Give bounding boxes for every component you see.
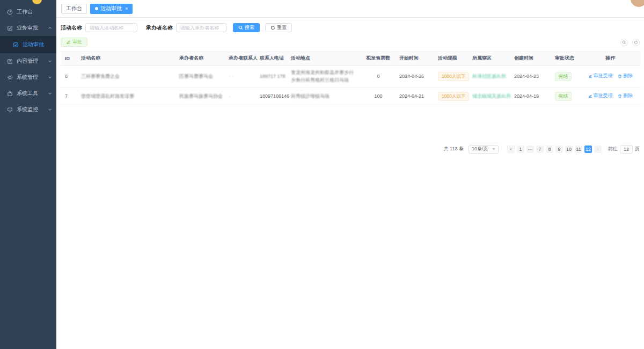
edit-icon	[588, 94, 592, 98]
sidebar-item-business-approval[interactable]: 业务审批	[0, 20, 56, 36]
table-tool-icons	[616, 39, 640, 46]
edit-icon	[66, 40, 71, 45]
show-search-button[interactable]	[620, 39, 628, 46]
cell-id: 8	[61, 66, 77, 88]
content-icon	[7, 59, 13, 64]
trash-icon	[618, 94, 622, 98]
activity-name-input[interactable]	[85, 23, 137, 32]
tab-activity-approval[interactable]: 活动审批 ×	[90, 4, 133, 14]
cell-contact: ·	[229, 93, 230, 99]
tab-workbench[interactable]: 工作台	[61, 4, 87, 14]
sidebar-item-system-monitor[interactable]: 系统监控	[0, 101, 56, 118]
delete-link[interactable]: 删除	[618, 92, 633, 100]
activity-table: ID 活动名称 承办者名称 承办者联系人 联系人电话 活动地点 拟发售票数 开始…	[61, 51, 640, 105]
col-activity-name: 活动名称	[77, 52, 175, 66]
cell-location: 科秀镇沙堆镇马场	[291, 93, 330, 99]
chevron-down-icon	[48, 91, 52, 96]
pagination-total: 共 113 条	[444, 146, 464, 152]
goto-label: 前往	[608, 146, 618, 152]
activity-name-label: 活动名称	[61, 24, 82, 32]
approve-handle-link[interactable]: 审批受理	[588, 92, 613, 100]
table-toolbar: 审批	[61, 38, 640, 47]
col-district: 所属辖区	[468, 52, 510, 66]
col-contact: 承办者联系人	[224, 52, 255, 66]
filter-form: 活动名称 承办者名称 搜索 重置	[61, 23, 640, 32]
trash-icon	[618, 74, 622, 78]
approve-handle-label: 审批受理	[594, 72, 613, 80]
refresh-table-button[interactable]	[632, 39, 640, 46]
pagination: 共 113 条 10条/页 ‹ 1 ··· 7 8 9 10 11 12 › 前…	[61, 145, 640, 154]
page-button-9[interactable]: 9	[555, 146, 563, 153]
sidebar-item-label: 系统管理	[17, 74, 48, 81]
reset-button[interactable]: 重置	[265, 23, 292, 32]
cell-activity-name: 三杯赛赛免费之会	[81, 74, 120, 79]
page-content: 活动名称 承办者名称 搜索 重置 审批	[56, 18, 644, 349]
table-header: ID 活动名称 承办者名称 承办者联系人 联系人电话 活动地点 拟发售票数 开始…	[61, 52, 640, 66]
col-actions: 操作	[581, 52, 640, 66]
sidebar-item-activity-approval[interactable]: 活动审批	[0, 36, 56, 53]
page-button-10[interactable]: 10	[565, 146, 573, 153]
cell-created: 2024-04-23	[510, 66, 551, 88]
search-icon	[238, 25, 243, 30]
tab-close-icon[interactable]: ×	[125, 6, 128, 11]
page-button-1[interactable]: 1	[517, 146, 524, 153]
search-icon	[622, 40, 626, 45]
goto-page-input[interactable]	[620, 145, 633, 154]
col-scale: 活动规模	[434, 52, 468, 66]
scale-badge: 1000人以下	[438, 92, 469, 101]
col-status: 审批状态	[551, 52, 581, 66]
cell-created: 2024-04-19	[510, 88, 551, 105]
page-size-value: 10条/页	[472, 146, 488, 152]
dashboard-icon	[7, 9, 13, 15]
organizer-name-input[interactable]	[176, 23, 226, 32]
page-button-7[interactable]: 7	[536, 146, 544, 153]
goto-unit: 页	[635, 146, 640, 152]
reset-button-label: 重置	[277, 24, 287, 31]
approve-button-label: 审批	[72, 39, 82, 46]
table-row: 8 三杯赛赛免费之会 匹赛马费赛马会 · · 189717 178 青龙州海龙州…	[61, 66, 640, 88]
refresh-icon	[634, 40, 638, 45]
delete-link[interactable]: 删除	[618, 72, 633, 80]
sidebar-item-system-tools[interactable]: 系统工具	[0, 85, 56, 101]
delete-label: 删除	[623, 72, 633, 80]
col-organizer: 承办者名称	[175, 52, 224, 66]
main-area: 工作台 活动审批 × 活动名称 承办者名称 搜索	[56, 0, 644, 349]
scale-badge: 1000人以下	[438, 72, 469, 81]
page-button-11[interactable]: 11	[575, 146, 582, 153]
chevron-down-icon	[48, 75, 52, 79]
cell-contact: · ·	[229, 74, 233, 79]
search-button[interactable]: 搜索	[233, 23, 260, 32]
approve-handle-link[interactable]: 审批受理	[588, 72, 613, 80]
sidebar: 工作台 业务审批 活动审批 内容管理 系统管理	[0, 0, 56, 349]
page-ellipsis[interactable]: ···	[526, 146, 534, 153]
cell-organizer: 民族赛马族赛马协会	[179, 93, 223, 99]
monitor-icon	[7, 107, 13, 113]
sidebar-item-system-management[interactable]: 系统管理	[0, 69, 56, 85]
table-row: 7 堡堡城堡清乱村路友谊赛 民族赛马族赛马协会 · 18097106146 科秀…	[61, 88, 640, 105]
approve-button[interactable]: 审批	[61, 38, 87, 47]
tab-bar: 工作台 活动审批 ×	[56, 0, 644, 18]
cell-activity-name: 堡堡城堡清乱村路友谊赛	[81, 93, 134, 99]
page-button-8[interactable]: 8	[546, 146, 553, 153]
col-location: 活动地点	[287, 52, 362, 66]
app-root: 工作台 业务审批 活动审批 内容管理 系统管理	[0, 0, 644, 349]
sidebar-item-label: 内容管理	[17, 57, 48, 65]
sidebar-item-workbench[interactable]: 工作台	[0, 4, 56, 20]
sidebar-item-label: 系统监控	[17, 106, 48, 113]
col-phone: 联系人电话	[255, 52, 287, 66]
page-size-select[interactable]: 10条/页	[469, 145, 499, 154]
cell-phone: 189717 178	[260, 74, 286, 79]
cell-id: 7	[61, 88, 77, 105]
page-button-12-active[interactable]: 12	[584, 146, 592, 153]
sidebar-item-label: 系统工具	[17, 90, 48, 97]
cell-location: 青龙州海龙州刚察县岸赛乡什乡角什科秀格村兰格日马场	[291, 70, 354, 83]
sidebar-item-content-management[interactable]: 内容管理	[0, 53, 56, 69]
tab-label: 活动审批	[100, 5, 122, 12]
edit-icon	[588, 74, 592, 78]
prev-page-button[interactable]: ‹	[507, 146, 515, 153]
cell-tickets: 100	[362, 88, 395, 105]
next-page-button[interactable]: ›	[594, 146, 602, 153]
cell-organizer: 匹赛马费赛马会	[179, 74, 213, 79]
delete-label: 删除	[623, 92, 633, 100]
organizer-name-label: 承办者名称	[146, 24, 173, 32]
